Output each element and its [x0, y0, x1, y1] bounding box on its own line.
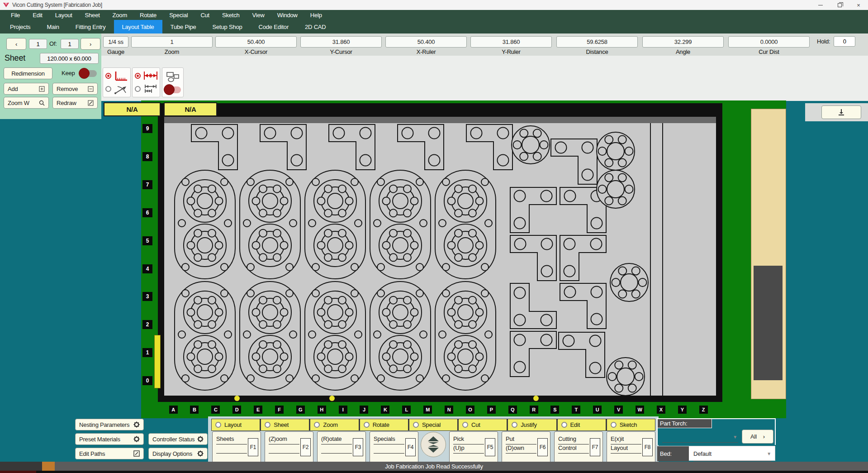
h-dimension-radio-selected[interactable] [135, 73, 141, 79]
menu-item-rotate[interactable]: Rotate [133, 12, 163, 19]
col-label-Q: Q [508, 406, 517, 414]
readout-y-cursor[interactable]: 31.860 [300, 36, 382, 48]
part-torch-dropdown[interactable]: ▼ [662, 432, 738, 443]
fkey-line1: Put [506, 435, 536, 444]
mode-radio-justify[interactable]: Justify [508, 419, 556, 430]
tab-2d-cad[interactable]: 2D CAD [297, 20, 334, 33]
remove-button[interactable]: Remove [52, 83, 98, 95]
col-label-H: H [318, 406, 326, 414]
bed-dropdown[interactable]: Default ▼ [693, 446, 771, 461]
menu-item-sheet[interactable]: Sheet [79, 12, 106, 19]
controller-status-button[interactable]: Controller Status [148, 433, 208, 445]
fkey-button-f1[interactable]: SheetsF1 [212, 431, 261, 463]
readout-distance[interactable]: 59.6258 [556, 36, 638, 48]
mode-radio-edit[interactable]: Edit [558, 419, 606, 430]
readout-zoom[interactable]: 1 [131, 36, 213, 48]
gear-icon [197, 436, 204, 442]
hold-label: Hold: [817, 38, 830, 45]
mode-radio-special[interactable]: Special [409, 419, 457, 430]
row-label-9: 9 [142, 124, 152, 133]
fkey-button-f2[interactable]: (Z)oomF2 [265, 431, 313, 463]
sheet-next-button[interactable]: › [81, 38, 100, 50]
redraw-button[interactable]: Redraw [52, 97, 98, 109]
all-torches-button[interactable]: All › [742, 430, 773, 444]
fkey-button-f3[interactable]: (R)otateF3 [317, 431, 366, 463]
sheet-prev-button[interactable]: ‹ [6, 38, 26, 50]
menu-item-cut[interactable]: Cut [194, 12, 216, 19]
drop-to-table-button[interactable] [821, 105, 861, 119]
mode-radio-rotate[interactable]: Rotate [360, 419, 408, 430]
fkey-button-f7[interactable]: CuttingControlF7 [554, 431, 603, 463]
mode-radio-zoom[interactable]: Zoom [310, 419, 358, 430]
sheet-dimensions-field[interactable]: 120.000 x 60.000 [40, 53, 99, 64]
close-button[interactable]: × [849, 0, 868, 10]
part-round-flange [512, 126, 550, 164]
menu-item-file[interactable]: File [5, 12, 26, 19]
mode-radio-sheet[interactable]: Sheet [261, 419, 309, 430]
readout-gauge[interactable]: 1/4 ss [103, 36, 128, 48]
tab-projects[interactable]: Projects [2, 20, 38, 33]
readout-angle[interactable]: 32.299 [642, 36, 724, 48]
menu-item-view[interactable]: View [246, 12, 271, 19]
radio-icon [611, 422, 617, 428]
zoom-window-button[interactable]: Zoom W [4, 97, 49, 109]
fkey-button-f5[interactable]: Pick(U)pF5 [449, 431, 498, 463]
part-obround-plate [435, 170, 496, 279]
tab-main[interactable]: Main [38, 20, 67, 33]
restore-button[interactable] [830, 0, 849, 10]
keep-toggle[interactable] [80, 70, 97, 77]
tab-tube-pipe[interactable]: Tube Pipe [162, 20, 204, 33]
sheet-total-field[interactable]: 1 [61, 39, 79, 49]
v-dimension-radio[interactable] [135, 86, 141, 92]
fkey-line1: Pick [453, 435, 484, 444]
display-options-button[interactable]: Display Options [148, 448, 208, 459]
readout-x-ruler[interactable]: 50.400 [385, 36, 467, 48]
fkey-button-f8[interactable]: E(x)itLayoutF8 [607, 431, 655, 463]
menu-item-help[interactable]: Help [304, 12, 328, 19]
readout-x-cursor[interactable]: 50.400 [215, 36, 297, 48]
tab-code-editor[interactable]: Code Editor [251, 20, 297, 33]
mode-radio-cut[interactable]: Cut [459, 419, 507, 430]
sheet-page-field[interactable]: 1 [29, 39, 47, 49]
protractor-radio[interactable] [105, 86, 111, 92]
edit-box-icon [133, 450, 140, 457]
minimize-button[interactable] [811, 0, 830, 10]
redimension-button[interactable]: Redimension [4, 67, 52, 79]
fkey-button-f4[interactable]: SpecialsF4 [370, 431, 418, 463]
shapes-toggle[interactable] [165, 86, 181, 93]
fkey-line2 [321, 444, 352, 454]
row-label-7: 7 [142, 180, 152, 189]
mode-radio-layout[interactable]: Layout [212, 419, 260, 430]
edit-paths-button[interactable]: Edit Paths [75, 448, 144, 459]
menu-bar: FileEditLayoutSheetZoomRotateSpecialCutS… [0, 10, 868, 20]
nesting-sheet-canvas[interactable] [164, 123, 716, 396]
part-obround-plate [175, 170, 235, 279]
readout-cur-dist[interactable]: 0.0000 [728, 36, 810, 48]
readout-label-y-ruler: Y-Ruler [470, 48, 552, 55]
nudge-diamond-button[interactable] [421, 432, 446, 457]
menu-item-window[interactable]: Window [271, 12, 304, 19]
mode-radio-sketch[interactable]: Sketch [607, 419, 655, 430]
preset-materials-button[interactable]: Preset Materials [75, 433, 144, 445]
tab-setup-shop[interactable]: Setup Shop [204, 20, 251, 33]
gear-icon [133, 436, 140, 442]
shapes-group-icon[interactable] [166, 72, 180, 82]
col-label-F: F [275, 406, 284, 414]
hold-field[interactable]: 0 [834, 36, 855, 47]
tab-layout-table[interactable]: Layout Table [114, 20, 162, 33]
nesting-parameters-button[interactable]: Nesting Parameters [75, 419, 144, 430]
tab-fitting-entry[interactable]: Fitting Entry [67, 20, 114, 33]
menu-item-zoom[interactable]: Zoom [106, 12, 133, 19]
menu-item-sketch[interactable]: Sketch [216, 12, 246, 19]
na-tab-1[interactable]: N/A [104, 102, 161, 116]
readout-y-ruler[interactable]: 31.860 [470, 36, 552, 48]
fkey-button-f6[interactable]: Put(D)ownF6 [502, 431, 550, 463]
add-button[interactable]: Add [4, 83, 49, 95]
menu-item-edit[interactable]: Edit [26, 12, 49, 19]
menu-item-special[interactable]: Special [163, 12, 194, 19]
ruler-radio-selected[interactable] [105, 73, 111, 79]
na-tab-2[interactable]: N/A [164, 102, 217, 116]
col-label-U: U [593, 406, 602, 414]
part-obround-plate [240, 282, 300, 390]
menu-item-layout[interactable]: Layout [49, 12, 79, 19]
